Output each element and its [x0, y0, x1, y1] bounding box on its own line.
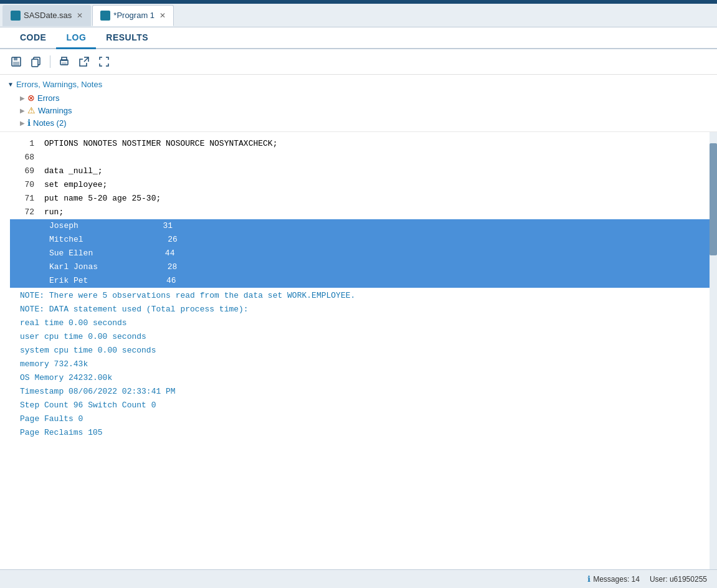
note-line-0: NOTE: There were 5 observations read fro…	[10, 289, 717, 303]
tab-program1-close[interactable]: ✕	[159, 11, 166, 20]
note-line-9: Page Faults 0	[10, 412, 717, 426]
status-bar: ℹ Messages: 14 User: u61950255	[0, 569, 717, 588]
log-line-69: 69 data _null_;	[10, 164, 717, 178]
sel-code-karljonas: Karl Jonas 28	[44, 260, 182, 274]
tree-root[interactable]: ▼ Errors, Warnings, Notes	[7, 80, 710, 89]
sel-code-mitchel: Mitchel 26	[44, 233, 183, 247]
tab-code-label: CODE	[20, 32, 46, 42]
tab-sasdate[interactable]: SASDate.sas ✕	[2, 5, 91, 26]
selected-row-joseph: Joseph 31	[10, 219, 717, 233]
svg-rect-7	[62, 62, 67, 65]
note-line-8: Step Count 96 Switch Count 0	[10, 399, 717, 412]
sel-num-karljonas	[10, 260, 44, 274]
save-icon	[11, 56, 22, 67]
tree-item-warnings-arrow: ▶	[20, 107, 25, 114]
error-icon: ⊗	[27, 93, 35, 103]
selected-row-karljonas: Karl Jonas 28	[10, 260, 717, 274]
selected-row-mitchel: Mitchel 26	[10, 233, 717, 247]
sel-num-joseph	[10, 219, 44, 233]
fullscreen-icon	[98, 56, 110, 67]
tree-section: ▼ Errors, Warnings, Notes ▶ ⊗ Errors ▶ ⚠…	[0, 75, 717, 132]
note-line-4: system cpu time 0.00 seconds	[10, 344, 717, 358]
print-button[interactable]	[55, 53, 73, 70]
user-label: User: u61950255	[650, 575, 707, 584]
line-num-70: 70	[10, 178, 44, 192]
svg-rect-1	[14, 57, 17, 60]
messages-icon: ℹ	[587, 574, 591, 584]
copy-button[interactable]	[27, 53, 45, 70]
sel-num-mitchel	[10, 233, 44, 247]
line-code-69: data _null_;	[44, 164, 103, 178]
scroll-thumb[interactable]	[710, 143, 717, 255]
tab-log[interactable]: LOG	[56, 27, 96, 49]
line-code-72: run;	[44, 206, 64, 219]
save-button[interactable]	[7, 53, 25, 70]
tab-program1-label: *Program 1	[113, 11, 154, 20]
tab-code[interactable]: CODE	[10, 27, 56, 49]
svg-line-8	[84, 57, 88, 62]
tree-item-warnings[interactable]: ▶ ⚠ Warnings	[7, 104, 710, 116]
note-line-6: OS Memory 24232.00k	[10, 371, 717, 385]
info-icon: ℹ	[27, 118, 31, 128]
sel-num-sueellen	[10, 247, 44, 260]
line-num-71: 71	[10, 192, 44, 206]
print-icon	[59, 56, 70, 67]
selected-row-sueellen: Sue Ellen 44	[10, 247, 717, 260]
line-code-70: set employee;	[44, 178, 107, 192]
note-line-7: Timestamp 08/06/2022 02:33:41 PM	[10, 385, 717, 399]
tab-program1-icon	[100, 11, 110, 21]
tab-sasdate-label: SASDate.sas	[24, 11, 72, 20]
tab-results-label: RESULTS	[106, 32, 148, 42]
tree-item-notes-label: Notes (2)	[33, 118, 66, 128]
line-num-1: 1	[10, 137, 44, 151]
note-line-3: user cpu time 0.00 seconds	[10, 330, 717, 344]
nav-tabs: CODE LOG RESULTS	[0, 27, 717, 49]
content-area: ▼ Errors, Warnings, Notes ▶ ⊗ Errors ▶ ⚠…	[0, 75, 717, 584]
toolbar	[0, 49, 717, 75]
sel-num-erikpet	[10, 274, 44, 288]
toolbar-sep-1	[50, 55, 50, 68]
tree-item-notes[interactable]: ▶ ℹ Notes (2)	[7, 116, 710, 129]
log-content[interactable]: 1 OPTIONS NONOTES NOSTIMER NOSOURCE NOSY…	[0, 132, 717, 584]
export-button[interactable]	[75, 53, 93, 70]
tree-collapse-icon: ▼	[7, 81, 14, 88]
export-icon	[78, 56, 90, 67]
line-code-71: put name 5-20 age 25-30;	[44, 192, 161, 206]
line-code-1: OPTIONS NONOTES NOSTIMER NOSOURCE NOSYNT…	[44, 137, 277, 151]
tree-item-errors-arrow: ▶	[20, 95, 25, 102]
messages-label: Messages: 14	[593, 575, 640, 584]
fullscreen-button[interactable]	[95, 53, 113, 70]
line-num-69: 69	[10, 164, 44, 178]
tree-item-errors[interactable]: ▶ ⊗ Errors	[7, 92, 710, 104]
line-num-68: 68	[10, 151, 44, 164]
copy-icon	[31, 56, 42, 67]
log-line-68: 68	[10, 151, 717, 164]
scroll-track[interactable]	[710, 132, 717, 584]
selected-block: Joseph 31 Mitchel 26 Sue Ellen 44	[10, 219, 717, 288]
svg-rect-4	[32, 59, 38, 67]
log-line-72: 72 run;	[10, 206, 717, 219]
tree-item-warnings-label: Warnings	[38, 106, 72, 115]
log-line-70: 70 set employee;	[10, 178, 717, 192]
tab-results[interactable]: RESULTS	[96, 27, 158, 49]
sel-code-erikpet: Erik Pet 46	[44, 274, 181, 288]
svg-rect-6	[62, 57, 67, 60]
selected-row-erikpet: Erik Pet 46	[10, 274, 717, 288]
tree-item-notes-arrow: ▶	[20, 120, 25, 126]
tab-sasdate-close[interactable]: ✕	[77, 11, 83, 20]
svg-rect-2	[13, 62, 19, 65]
note-line-1: NOTE: DATA statement used (Total process…	[10, 303, 717, 316]
note-line-5: memory 732.43k	[10, 358, 717, 371]
warning-icon: ⚠	[27, 105, 36, 115]
log-line-71: 71 put name 5-20 age 25-30;	[10, 192, 717, 206]
sel-code-joseph: Joseph 31	[44, 219, 178, 233]
sel-code-sueellen: Sue Ellen 44	[44, 247, 179, 260]
tree-item-errors-label: Errors	[37, 93, 59, 103]
log-line-1: 1 OPTIONS NONOTES NOSTIMER NOSOURCE NOSY…	[10, 137, 717, 151]
tab-program1[interactable]: *Program 1 ✕	[92, 5, 174, 26]
line-num-72: 72	[10, 206, 44, 219]
tab-log-label: LOG	[66, 32, 86, 42]
note-line-2: real time 0.00 seconds	[10, 316, 717, 330]
tab-sasdate-icon	[11, 11, 21, 21]
note-line-10: Page Reclaims 105	[10, 426, 717, 440]
